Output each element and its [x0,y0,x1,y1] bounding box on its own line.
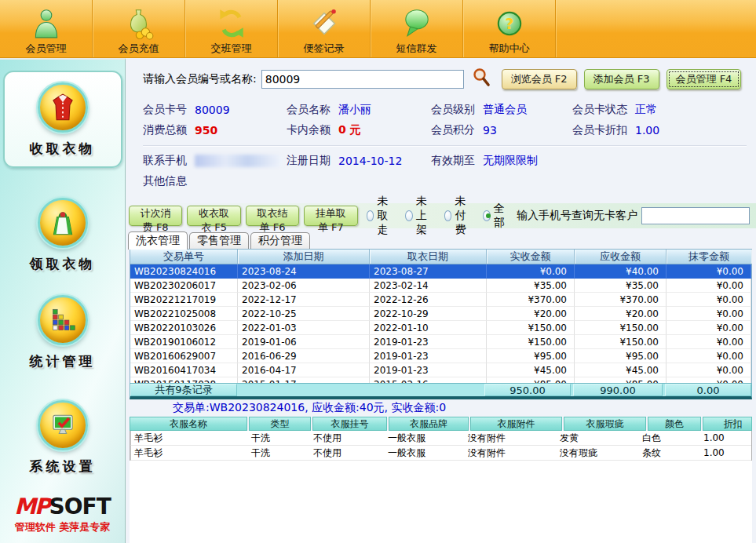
order-cell: WB20150117028 [130,377,238,383]
clothes-detail-table: 衣服名称类型衣服挂号衣服品牌衣服附件衣服瑕疵颜色折扣 羊毛衫干洗不使用一般衣服没… [130,417,752,461]
orders-column-header[interactable]: 取衣日期 [370,250,487,264]
order-row[interactable]: WB202210250082022-10-252022-10-29¥20.00¥… [130,307,751,321]
clothes-cell: 一般衣服 [385,431,465,446]
search-action-button[interactable]: 会员管理 F4 [667,69,742,89]
search-label: 请输入会员编号或名称: [143,72,257,86]
detail-column-header[interactable]: 衣服品牌 [389,417,469,431]
radio-button-icon[interactable] [405,210,413,221]
member-field: 会员名称 潘小丽 [287,103,431,117]
order-row[interactable]: WB202212170192022-12-172022-12-26¥370.00… [130,293,751,307]
action-button[interactable]: 收衣取衣 F5 [187,206,240,226]
order-cell: ¥20.00 [487,307,575,321]
member-field-value: 正常 [635,103,657,117]
detail-column-header[interactable]: 类型 [249,417,311,431]
member-field: 会员卡号 80009 [143,103,287,117]
detail-column-header[interactable]: 衣服附件 [470,417,562,431]
order-row[interactable]: WB201501170282015-01-172015-02-16¥85.00¥… [130,377,751,383]
toolbar-item-member-management[interactable]: 会员管理 [0,0,93,57]
action-button[interactable]: 挂单取单 F7 [304,206,357,226]
receivable-total: 990.00 [573,384,663,396]
app-window: 会员管理 会员充值 交班管理 便签记录 短信群发 [0,0,756,543]
orders-summary-row: 共有9条记录 950.00 990.00 0.00 [130,383,752,399]
tab[interactable]: 零售管理 [189,232,249,249]
order-cell: WB20221217019 [130,293,238,307]
order-cell: 2015-02-16 [370,377,487,383]
order-cell: 2022-10-29 [370,307,487,321]
orders-column-header[interactable]: 应收金额 [575,250,667,264]
detail-column-header[interactable]: 颜色 [648,417,701,431]
order-cell: ¥0.00 [667,279,751,293]
order-row[interactable]: WB202302060172023-02-062023-02-14¥35.00¥… [130,279,751,293]
member-field: 有效期至 无期限限制 [431,154,572,168]
toolbar-item-sms-broadcast[interactable]: 短信群发 [371,0,463,57]
member-field-value: 普通会员 [483,103,527,117]
orders-table-body: WB202308240162023-08-242023-08-27¥0.00¥4… [130,264,752,383]
radio-button-icon[interactable] [483,210,491,221]
search-action-button[interactable]: 浏览会员 F2 [502,69,577,89]
sidebar-item-pickup-clothes[interactable]: 领取衣物 [30,198,96,273]
order-cell: 2023-08-27 [370,264,487,279]
sidebar-item-statistics[interactable]: 统计管理 [30,295,96,370]
member-field-value: 2014-10-12 [338,155,402,167]
system-settings-icon [38,400,88,450]
orders-column-header[interactable]: 添加日期 [238,250,370,264]
member-field-value: 80009 [195,104,230,116]
order-cell: WB20230206017 [130,279,238,293]
order-row[interactable]: WB201606290072016-06-292019-01-23¥95.00¥… [130,349,751,363]
radio-button-icon[interactable] [444,210,452,221]
order-cell: ¥0.00 [667,264,751,279]
detail-column-header[interactable]: 衣服挂号 [312,417,387,431]
search-action-button[interactable]: 添加会员 F3 [584,69,659,89]
member-field-label: 注册日期 [287,154,331,168]
member-info-panel: 会员卡号 80009 会员名称 潘小丽 会员级别 普通会员 [126,100,756,191]
clothes-cell: 1.00 [692,446,751,461]
tab[interactable]: 积分管理 [250,232,310,249]
empty-area [130,461,752,543]
sidebar-item-system-settings[interactable]: 系统设置 [30,400,96,476]
clothes-row[interactable]: 羊毛衫干洗不使用一般衣服没有附件发黄白色1.00 [130,431,751,446]
member-recharge-icon [122,5,155,42]
filter-radio-option[interactable]: 全部 [483,202,508,230]
detail-column-header[interactable]: 折扣 [703,417,752,431]
clothes-cell: 干洗 [248,431,310,446]
order-cell: 2019-01-23 [370,363,487,377]
order-cell: ¥150.00 [487,335,575,349]
sidebar-item-receive-clothes[interactable]: 收取衣物 [3,71,122,168]
phone-query-input[interactable] [641,207,750,224]
member-field-label: 卡内余额 [287,123,331,137]
sidebar-item-label: 系统设置 [30,457,96,476]
order-row[interactable]: WB202201030262022-01-032022-01-10¥150.00… [130,321,751,335]
order-row[interactable]: WB201604170342016-04-172019-01-23¥45.00¥… [130,363,751,377]
toolbar-item-help-center[interactable]: ? 帮助中心 [463,0,556,57]
action-filter-bar: 计次消费 F8收衣取衣 F5取衣结单 F6挂单取单 F7 未取走 未上架 [126,203,756,228]
orders-column-header[interactable]: 交易单号 [130,250,238,264]
member-search-input[interactable] [261,70,464,89]
statistics-icon [38,295,88,345]
action-button[interactable]: 取衣结单 F6 [246,206,299,226]
member-field-label: 会员级别 [431,103,475,117]
detail-column-header[interactable]: 衣服名称 [130,417,247,431]
orders-column-header[interactable]: 抹零金额 [667,250,751,264]
action-button[interactable]: 计次消费 F8 [129,206,182,226]
order-cell: 2022-01-03 [238,321,370,335]
member-info-row-4: 其他信息 [143,171,748,191]
toolbar-item-note-records[interactable]: 便签记录 [278,0,371,57]
clothes-cell: 发黄 [557,431,639,446]
member-field-value: 1.00 [635,124,659,137]
logo-mp-text: MP [14,494,49,519]
search-magnifier-icon[interactable] [472,67,491,91]
search-buttons: 浏览会员 F2添加会员 F3会员管理 F4 [502,69,742,89]
order-row[interactable]: WB201901060122019-01-062019-01-23¥150.00… [130,335,751,349]
tab[interactable]: 洗衣管理 [128,231,188,250]
toolbar-item-member-recharge[interactable]: 会员充值 [93,0,185,57]
radio-button-icon[interactable] [367,210,374,221]
order-cell: ¥0.00 [667,349,751,363]
order-row[interactable]: WB202308240162023-08-242023-08-27¥0.00¥4… [130,264,751,279]
clothes-row[interactable]: 羊毛衫干洗不使用一般衣服没有附件没有瑕疵条纹1.00 [130,446,751,461]
record-count: 共有9条记录 [130,384,237,396]
toolbar-item-shift-management[interactable]: 交班管理 [185,0,278,57]
top-toolbar: 会员管理 会员充值 交班管理 便签记录 短信群发 [0,0,756,58]
detail-column-header[interactable]: 衣服瑕疵 [564,417,646,431]
mpsoft-logo: MPSOFT 管理软件 美萍是专家 [14,494,111,534]
orders-column-header[interactable]: 实收金额 [487,250,575,264]
